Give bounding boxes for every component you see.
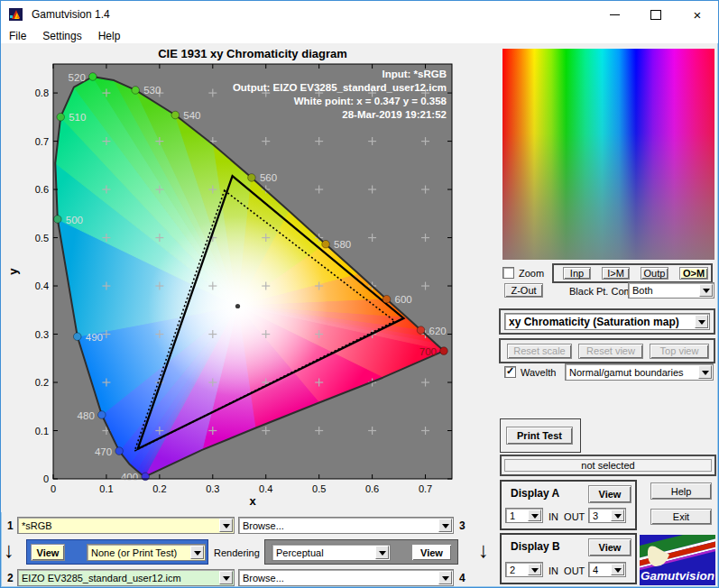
inp-button[interactable]: Inp	[563, 267, 591, 280]
output-to-monitor-button[interactable]: O>M	[679, 267, 708, 280]
wavelength-checkbox-label: Wavelth	[521, 367, 556, 378]
slot2-label: 2	[7, 572, 14, 584]
dropdown-arrow-icon[interactable]	[375, 546, 389, 559]
menu-settings[interactable]: Settings	[34, 30, 89, 42]
y-tick-label: 0.2	[35, 377, 49, 388]
x-tick-label: 0.5	[312, 483, 326, 494]
input-view-panel: View None (or Print Test)	[26, 539, 208, 565]
browse-profile-3-select[interactable]: Browse...	[238, 517, 454, 534]
selection-status: not selected	[504, 459, 712, 472]
exit-button[interactable]: Exit	[650, 509, 712, 525]
z-out-button[interactable]: Z-Out	[504, 283, 543, 298]
view-mode-select[interactable]: xy Chromaticity (Saturation map)	[504, 313, 710, 330]
view-input-button[interactable]: View	[31, 544, 65, 561]
gamut-buttons-frame: Inp I>M Outp O>M	[552, 263, 713, 283]
slot4-label: 4	[459, 572, 466, 584]
app-icon	[8, 7, 24, 22]
input-to-monitor-button[interactable]: I>M	[602, 267, 630, 280]
chart-annotation: Input: *sRGB	[382, 69, 447, 79]
title-bar: Gamutvision 1.4 ×	[1, 1, 718, 28]
close-button[interactable]: ×	[677, 1, 718, 28]
flow-arrow-right-icon: ↓	[478, 539, 489, 561]
wavelength-checkbox[interactable]	[504, 366, 516, 378]
browse-profile-4-select[interactable]: Browse...	[238, 569, 454, 586]
dropdown-arrow-icon[interactable]	[611, 510, 624, 521]
minimize-button[interactable]	[594, 1, 635, 28]
reset-scale-button[interactable]: Reset scale	[507, 344, 572, 359]
y-tick-label: 0.1	[35, 426, 49, 436]
view-reset-frame: Reset scale Reset view Top view	[499, 338, 715, 363]
black-pt-comp-select[interactable]: Both	[628, 282, 714, 299]
y-tick-label: 0.4	[35, 280, 49, 291]
chart-annotation: White point: x = 0.347 y = 0.358	[294, 96, 447, 106]
wavelength-label: 480	[78, 410, 95, 421]
x-tick-label: 0.4	[259, 483, 272, 494]
wavelength-marker-520	[88, 73, 97, 81]
wavelength-label: 470	[95, 446, 112, 457]
dropdown-arrow-icon[interactable]	[699, 284, 713, 297]
display-a-in-select[interactable]: 1	[505, 508, 543, 523]
display-a-out-select[interactable]: 3	[588, 508, 626, 523]
dropdown-arrow-icon[interactable]	[698, 365, 712, 379]
display-b-view-button[interactable]: View	[588, 538, 631, 556]
window-controls: ×	[594, 1, 718, 28]
flow-arrow-left-icon: ↓	[4, 539, 14, 561]
top-view-button[interactable]: Top view	[650, 344, 709, 359]
reset-view-button[interactable]: Reset view	[578, 344, 643, 359]
wavelength-marker-700	[440, 347, 448, 355]
wavelength-marker-620	[417, 326, 425, 335]
help-button[interactable]: Help	[650, 482, 712, 500]
y-tick-label: 0.8	[35, 87, 49, 98]
wavelength-label: 620	[429, 326, 447, 336]
zoom-checkbox[interactable]	[502, 267, 514, 279]
window-title: Gamutvision 1.4	[32, 8, 110, 21]
dropdown-arrow-icon[interactable]	[528, 510, 541, 521]
wavelength-label: 540	[183, 110, 200, 121]
dropdown-arrow-icon[interactable]	[611, 564, 624, 575]
dropdown-arrow-icon[interactable]	[438, 519, 452, 532]
maximize-button[interactable]	[635, 1, 677, 28]
y-axis-label: y	[6, 268, 20, 275]
menu-file[interactable]: File	[1, 30, 34, 42]
wavelength-marker-510	[57, 113, 65, 121]
outp-button[interactable]: Outp	[641, 267, 668, 280]
dropdown-arrow-icon[interactable]	[219, 519, 233, 532]
display-a-group: Display A View 1 IN OUT 3	[500, 480, 637, 530]
view-mode-frame: xy Chromaticity (Saturation map)	[499, 308, 715, 335]
print-test-button[interactable]: Print Test	[506, 427, 573, 445]
slot1-label: 1	[7, 519, 14, 532]
rendering-intent-select[interactable]: Perceptual	[272, 544, 391, 561]
zoom-checkbox-row: Zoom	[502, 267, 544, 279]
wavelength-marker-490	[73, 333, 81, 341]
menu-help[interactable]: Help	[90, 30, 129, 42]
display-b-group: Display B View 2 IN OUT 4	[500, 533, 637, 584]
x-tick-label: 0.7	[419, 483, 432, 494]
zoom-checkbox-label: Zoom	[519, 268, 544, 279]
output-profile-select[interactable]: EIZO EV3285_standard_user12.icm	[17, 569, 235, 586]
wavelength-label: 600	[395, 294, 412, 305]
display-b-out-select[interactable]: 4	[588, 562, 626, 577]
wavelength-marker-500	[54, 216, 62, 224]
display-b-in-select[interactable]: 2	[505, 562, 543, 577]
print-test-box: Print Test	[500, 418, 581, 453]
x-tick-label: 0.2	[152, 483, 166, 494]
input-profile-select[interactable]: *sRGB	[17, 517, 235, 534]
chromaticity-chart[interactable]: 4004704804905005105205305405605806006207…	[1, 43, 493, 512]
x-tick-label: 0	[51, 483, 56, 494]
wavelength-marker-560	[248, 174, 256, 182]
white-point-marker	[235, 304, 240, 308]
dropdown-arrow-icon[interactable]	[190, 546, 204, 559]
profile-panel: 1 *sRGB Browse... 3 ↓ View None (or Prin…	[1, 512, 493, 588]
view-output-button[interactable]: View	[411, 544, 452, 561]
boundaries-select[interactable]: Normal/gamut boundaries	[565, 363, 714, 381]
dropdown-arrow-icon[interactable]	[219, 571, 233, 584]
y-tick-label: 0.3	[35, 329, 49, 340]
dropdown-arrow-icon[interactable]	[695, 315, 708, 328]
wavelength-marker-540	[171, 111, 180, 119]
wavelength-marker-580	[322, 240, 330, 248]
dropdown-arrow-icon[interactable]	[528, 564, 541, 575]
dropdown-arrow-icon[interactable]	[438, 571, 452, 584]
display-a-view-button[interactable]: View	[588, 485, 631, 503]
print-test-select[interactable]: None (or Print Test)	[87, 544, 206, 561]
wavelength-label: 510	[69, 112, 86, 123]
